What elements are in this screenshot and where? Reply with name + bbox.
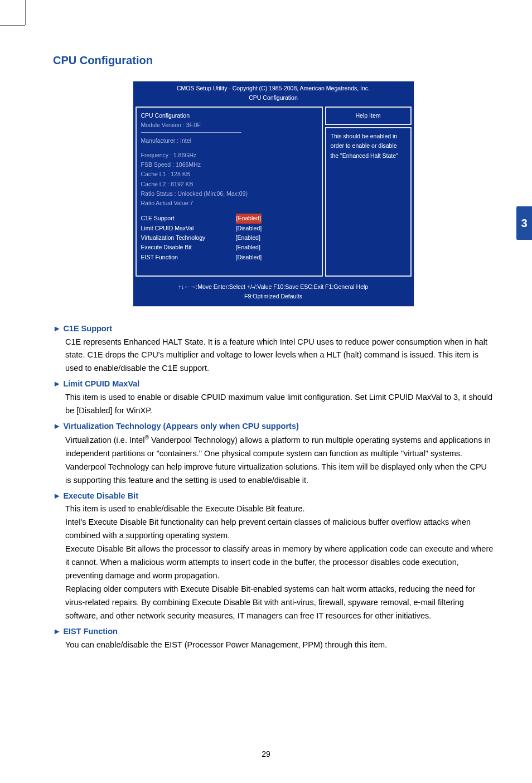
edb-p3: Execute Disable Bit allows the processor… bbox=[65, 543, 494, 583]
bios-setting-row[interactable]: Virtualization Technology [Enabled] bbox=[141, 233, 317, 243]
bios-header-copyright: CMOS Setup Utility - Copyright (C) 1985-… bbox=[137, 84, 410, 93]
page-title: CPU Configuration bbox=[53, 51, 494, 70]
divider bbox=[141, 132, 241, 133]
bios-spec: Frequency : 1.86GHz bbox=[141, 151, 317, 160]
bios-manufacturer: Manufacturer : Intel bbox=[141, 136, 317, 146]
vt-body-pre: Virtualization (i.e. Intel bbox=[65, 436, 144, 444]
chapter-tab: 3 bbox=[516, 206, 532, 240]
bios-setting-label: Execute Disable Bit bbox=[141, 243, 236, 252]
bios-help-title: Help Item bbox=[325, 107, 412, 125]
bios-setting-label: Limit CPUID MaxVal bbox=[141, 224, 236, 233]
section-heading-eist: ► EIST Function bbox=[53, 625, 494, 639]
bios-setting-value: [Enabled] bbox=[236, 243, 260, 252]
section-heading-vt: ► Virtualization Technology (Appears onl… bbox=[53, 420, 494, 433]
bios-setting-label: C1E Support bbox=[141, 214, 236, 223]
crop-mark-vertical bbox=[25, 0, 26, 25]
bios-spec: Cache L1 : 128 KB bbox=[141, 170, 317, 179]
bios-spec: Ratio Actual Value:7 bbox=[141, 199, 317, 208]
bios-setting-value: [Disabled] bbox=[236, 224, 262, 233]
bios-setting-value: [Enabled] bbox=[236, 233, 260, 243]
section-body: You can enable/disable the EIST (Process… bbox=[65, 639, 494, 652]
bios-setting-row[interactable]: C1E Support [Enabled] bbox=[141, 214, 317, 223]
section-body: This item is used to enable or disable C… bbox=[65, 391, 494, 418]
bios-setting-row[interactable]: EIST Function [Disabled] bbox=[141, 253, 317, 262]
edb-p2: Intel's Execute Disable Bit functionalit… bbox=[65, 516, 494, 543]
bios-footer-keys: ↑↓←→:Move Enter:Select +/-/:Value F10:Sa… bbox=[136, 282, 412, 292]
bios-setting-value: [Disabled] bbox=[236, 253, 262, 262]
section-body: Virtualization (i.e. Intel® Vanderpool T… bbox=[65, 433, 494, 487]
edb-p4: Replacing older computers with Execute D… bbox=[65, 583, 494, 623]
bios-section-title: CPU Configuration bbox=[141, 111, 317, 120]
section-body: This item is used to enable/disable the … bbox=[65, 502, 494, 622]
bios-spec: Ratio Status : Unlocked (Min:06, Max:09) bbox=[141, 189, 317, 199]
bios-module-version: Module Version : 3F.0F bbox=[141, 120, 317, 130]
bios-setting-label: Virtualization Technology bbox=[141, 233, 236, 243]
bios-spec: Cache L2 : 8192 KB bbox=[141, 180, 317, 189]
page-number: 29 bbox=[0, 748, 532, 761]
section-body: C1E represents Enhanced HALT State. It i… bbox=[65, 336, 494, 376]
registered-mark: ® bbox=[144, 434, 148, 441]
bios-main-panel: CPU Configuration Module Version : 3F.0F… bbox=[136, 107, 323, 277]
bios-footer-keys2: F9:Optimized Defaults bbox=[136, 292, 412, 301]
bios-setting-label: EIST Function bbox=[141, 253, 236, 262]
bios-window: CMOS Setup Utility - Copyright (C) 1985-… bbox=[133, 81, 414, 307]
bios-spec: FSB Speed : 1066MHz bbox=[141, 160, 317, 170]
bios-setting-row[interactable]: Limit CPUID MaxVal [Disabled] bbox=[141, 224, 317, 233]
bios-setting-value: [Enabled] bbox=[236, 214, 262, 223]
section-heading-edb: ► Execute Disable Bit bbox=[53, 490, 494, 503]
edb-p1: This item is used to enable/disable the … bbox=[65, 502, 494, 516]
crop-mark-horizontal bbox=[0, 25, 25, 26]
bios-help-body: This should be enabled in order to enabl… bbox=[325, 127, 412, 277]
bios-header-subtitle: CPU Configuration bbox=[137, 93, 410, 103]
bios-setting-row[interactable]: Execute Disable Bit [Enabled] bbox=[141, 243, 317, 252]
section-heading-limit: ► Limit CPUID MaxVal bbox=[53, 378, 494, 391]
section-heading-c1e: ► C1E Support bbox=[53, 322, 494, 336]
